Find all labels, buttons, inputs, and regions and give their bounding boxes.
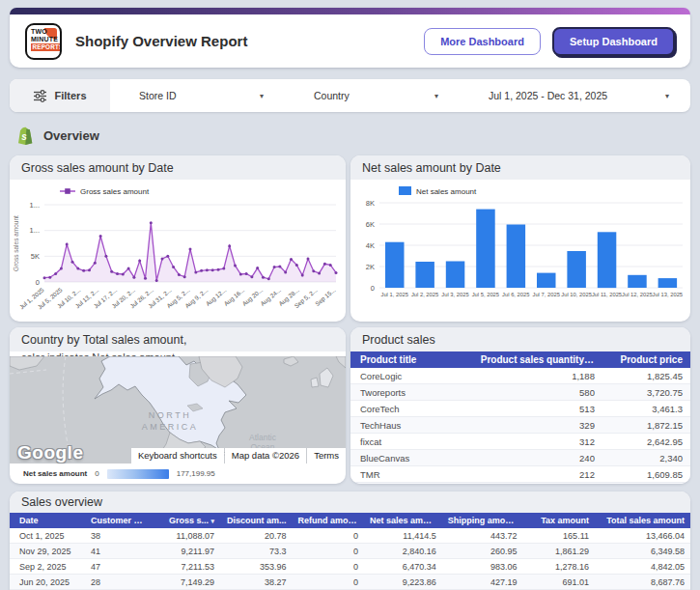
net-sales-bar-chart[interactable]: 02K4K6K8KJul 1, 2025Jul 2, 2025Jul 3, 20… <box>350 180 690 322</box>
legend-label: Net sales amount <box>416 187 477 196</box>
svg-text:s: s <box>21 131 27 142</box>
data-point <box>200 269 203 272</box>
table-cell: 11,088.07 <box>151 528 220 544</box>
table-cell: 38.27 <box>220 575 293 590</box>
bar[interactable] <box>415 262 434 288</box>
column-header[interactable]: Product sales quantity (Deprecated) ▾ <box>473 351 602 368</box>
data-point <box>256 267 259 269</box>
y-tick-label: 0 <box>371 284 375 293</box>
shopify-icon: s <box>17 126 34 145</box>
x-tick-label: Jul 5, 2025 <box>472 292 499 297</box>
date-range-filter[interactable]: Jul 1, 2025 - Dec 31, 2025 ▾ <box>460 90 690 101</box>
bar[interactable] <box>598 232 617 288</box>
net-sales-card: Net sales amount by Date 02K4K6K8KJul 1,… <box>350 155 690 322</box>
country-map-card: Country by Total sales amount, color ind… <box>10 327 346 484</box>
bar[interactable] <box>507 225 526 289</box>
chevron-down-icon: ▾ <box>665 92 669 100</box>
data-point <box>161 258 164 261</box>
header-card: TWO MINUTE REPORTS Shopify Overview Repo… <box>10 8 690 68</box>
bar[interactable] <box>658 278 678 288</box>
table-cell: 1,861.29 <box>522 544 595 559</box>
map-attribution: Keyboard shortcuts Map data ©2026 Terms <box>130 448 346 464</box>
column-header[interactable]: Product price <box>602 351 690 368</box>
filters-label: Filters <box>54 90 86 101</box>
x-tick-label: Jul 6, 2025 <box>502 292 529 297</box>
column-header[interactable]: Total sales amount <box>595 513 690 528</box>
land-ireland <box>311 378 319 387</box>
table-cell: 0 <box>293 528 365 544</box>
data-point <box>307 258 310 261</box>
legend-max: 177,199.95 <box>177 469 215 478</box>
data-point <box>284 270 287 273</box>
table-cell: 1,825.45 <box>602 368 690 384</box>
bar[interactable] <box>628 275 647 288</box>
geo-map[interactable]: NORTH AMERICA Atlantic Ocean Google Keyb… <box>10 356 346 464</box>
google-logo[interactable]: Google <box>17 442 83 464</box>
y-tick-label: 1... <box>30 226 40 235</box>
column-header[interactable]: Discount am... <box>220 513 293 528</box>
column-header[interactable]: Shipping amount <box>442 513 523 528</box>
y-tick-label: 1... <box>30 201 40 210</box>
column-header[interactable]: Product title <box>350 351 473 368</box>
x-tick-label: Jul 3, 2025 <box>441 292 468 297</box>
data-point <box>318 271 321 274</box>
table-cell: 983.06 <box>442 559 523 575</box>
filters-toggle[interactable]: Filters <box>10 79 110 112</box>
table-row: TMR2121,609.85 <box>350 466 690 483</box>
table-cell: 2,642.95 <box>602 434 690 450</box>
data-point <box>110 270 113 273</box>
column-header[interactable]: Customer or... <box>85 513 151 528</box>
table-cell: 0 <box>293 544 365 559</box>
bar[interactable] <box>385 242 405 288</box>
table-cell: 443.72 <box>442 528 523 544</box>
table-cell: CoreLogic <box>350 368 473 384</box>
two-minute-reports-logo: TWO MINUTE REPORTS <box>25 23 62 60</box>
column-header[interactable]: Refund amount <box>293 513 365 528</box>
land-siberia <box>10 356 44 370</box>
table-row: CoreTech5133,461.3 <box>350 401 690 417</box>
terms-link[interactable]: Terms <box>307 448 346 464</box>
date-range-value: Jul 1, 2025 - Dec 31, 2025 <box>489 90 607 101</box>
table-cell: 9,211.97 <box>151 544 220 559</box>
column-header[interactable]: Gross s... ▾ <box>151 513 220 528</box>
keyboard-shortcuts-link[interactable]: Keyboard shortcuts <box>131 448 224 464</box>
column-header[interactable]: Net sales amount <box>364 513 442 528</box>
data-point <box>335 271 338 274</box>
map-label-atlantic: Atlantic <box>249 433 277 442</box>
table-cell: 4,842.05 <box>595 559 690 575</box>
setup-dashboard-button[interactable]: Setup Dashboard <box>552 27 675 56</box>
data-point <box>278 266 281 268</box>
sales-overview-card: Sales overview DateCustomer or...Gross s… <box>10 492 690 590</box>
bar[interactable] <box>537 273 556 288</box>
y-tick-label: 2K <box>366 263 375 271</box>
store-id-filter[interactable]: Store ID ▾ <box>110 90 285 101</box>
sales-overview-table: DateCustomer or...Gross s... ▾Discount a… <box>10 513 690 590</box>
bar[interactable] <box>476 210 495 288</box>
table-cell: 28 <box>85 575 151 590</box>
more-dashboard-button[interactable]: More Dashboard <box>424 28 541 55</box>
data-point <box>273 266 276 268</box>
table-cell: 312 <box>473 434 602 450</box>
table-row: Oct 1, 20253811,088.0720.78011,414.5443.… <box>10 528 690 544</box>
table-row: CoreLogic1,1881,825.45 <box>350 368 690 384</box>
table-cell: 20.78 <box>220 528 293 544</box>
bar[interactable] <box>446 262 465 289</box>
table-cell: 3,461.3 <box>602 401 690 417</box>
bar[interactable] <box>567 251 586 288</box>
column-header[interactable]: Tax amount <box>522 513 595 528</box>
table-cell: 580 <box>473 384 602 401</box>
data-point <box>172 266 175 268</box>
data-point <box>295 264 298 267</box>
table-cell: 0 <box>293 559 365 575</box>
chart-title: Net sales amount by Date <box>350 155 690 180</box>
data-point <box>144 277 147 280</box>
country-filter[interactable]: Country ▾ <box>285 90 460 101</box>
column-header[interactable]: Date <box>10 513 85 528</box>
data-point <box>99 235 102 238</box>
gross-sales-line-chart[interactable]: 05K1...1...Gross sales amountJul 1, 2025… <box>10 180 346 322</box>
data-point <box>132 276 135 279</box>
table-cell: 165.11 <box>522 528 595 544</box>
data-point <box>194 270 197 273</box>
legend-point-marker <box>65 188 70 194</box>
data-point <box>211 268 214 271</box>
